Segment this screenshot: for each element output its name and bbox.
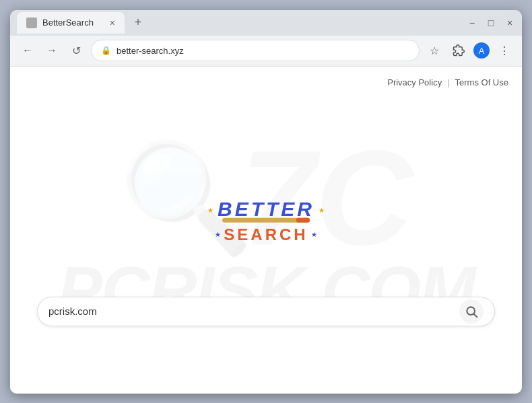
- logo-better-text: BETTER: [218, 197, 314, 219]
- svg-point-0: [29, 20, 34, 26]
- extensions-icon[interactable]: [449, 41, 468, 60]
- search-area: [37, 297, 495, 326]
- reload-button[interactable]: ↺: [67, 41, 86, 60]
- window-controls: − □ ×: [467, 17, 515, 28]
- top-links: Privacy Policy | Terms Of Use: [387, 77, 508, 87]
- search-input[interactable]: [48, 305, 459, 317]
- search-button[interactable]: [459, 299, 484, 324]
- star-dark-left-icon: ★: [215, 231, 221, 238]
- address-bar[interactable]: 🔒 better-search.xyz: [91, 40, 420, 61]
- star-right-icon: ★: [319, 206, 325, 213]
- toolbar-actions: ☆ A ⋮: [425, 41, 514, 60]
- url-display: better-search.xyz: [117, 46, 184, 56]
- title-bar: BetterSearch × + − □ ×: [10, 10, 522, 36]
- star-dark-right-icon: ★: [311, 231, 317, 238]
- close-button[interactable]: ×: [504, 17, 515, 28]
- browser-tab[interactable]: BetterSearch ×: [17, 12, 125, 34]
- minimize-button[interactable]: −: [467, 17, 477, 28]
- profile-icon[interactable]: A: [473, 42, 490, 59]
- star-left-icon: ★: [207, 206, 213, 213]
- logo-area: ★ BETTER ★ ★ SEARCH ★: [207, 197, 325, 244]
- tab-favicon: [26, 17, 37, 28]
- back-button[interactable]: ←: [18, 41, 37, 60]
- browser-window: BetterSearch × + − □ × ← → ↺ 🔒 better-se…: [10, 10, 522, 394]
- tab-close-button[interactable]: ×: [110, 17, 115, 28]
- lock-icon: 🔒: [101, 46, 111, 55]
- bookmark-icon[interactable]: ☆: [425, 41, 444, 60]
- logo-search-text: SEARCH: [224, 225, 308, 244]
- tab-title: BetterSearch: [42, 17, 94, 28]
- new-tab-button[interactable]: +: [129, 13, 147, 32]
- terms-of-use-link[interactable]: Terms Of Use: [455, 77, 508, 87]
- browser-toolbar: ← → ↺ 🔒 better-search.xyz ☆ A ⋮: [10, 36, 522, 67]
- menu-icon[interactable]: ⋮: [495, 41, 514, 60]
- maximize-button[interactable]: □: [486, 17, 496, 28]
- search-box: [37, 297, 495, 326]
- link-divider: |: [447, 77, 449, 87]
- forward-button[interactable]: →: [42, 41, 61, 60]
- privacy-policy-link[interactable]: Privacy Policy: [387, 77, 442, 87]
- page-content: 🔍 7C PCRISK.COM Privacy Policy | Terms O…: [10, 67, 522, 394]
- svg-line-2: [474, 314, 477, 317]
